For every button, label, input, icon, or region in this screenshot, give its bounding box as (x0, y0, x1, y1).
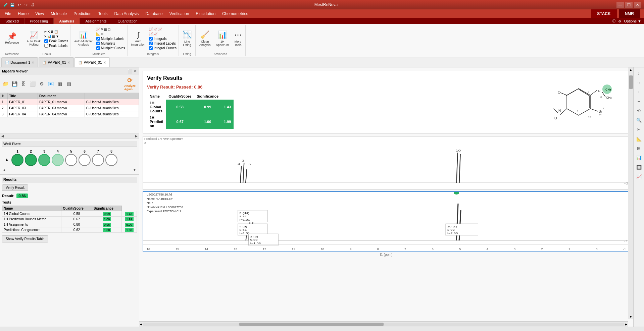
save-panel-btn[interactable]: 💾 (10, 80, 18, 88)
tab-analysis[interactable]: Analysis (54, 18, 80, 24)
scroll-left-btn[interactable]: ◀ (1, 134, 4, 138)
restore-btn[interactable]: ❐ (625, 2, 633, 8)
frame-btn[interactable]: ⬜ (29, 80, 37, 88)
spectrum-area[interactable]: Verify Results Verify Result: Passed: 0.… (139, 67, 633, 327)
close-btn[interactable]: ✕ (634, 2, 641, 8)
tab-stacked[interactable]: Stacked (0, 18, 24, 24)
multiplets-check[interactable]: Multiplets (96, 41, 126, 46)
minimize-btn[interactable]: — (616, 2, 624, 8)
menu-chemometrics[interactable]: Chemometrics (219, 9, 251, 18)
integrals-check[interactable]: Integrals (148, 37, 177, 41)
auto-multiplet-btn[interactable]: 📊 Auto MultipletAnalysis (72, 30, 95, 48)
show-verify-results-table-btn[interactable]: Show Verify Results Table (2, 235, 48, 242)
redo-btn[interactable]: ↪ (23, 2, 29, 8)
menu-verification[interactable]: Verification (166, 9, 193, 18)
menu-home[interactable]: Home (14, 9, 32, 18)
side-tool-zoom-out[interactable]: − (635, 97, 643, 106)
tab-document1[interactable]: 📄 Document 1 ✕ (1, 57, 38, 67)
1h-spectrum-btn[interactable]: 📊 1HSpectrum (213, 29, 231, 48)
side-tool-search[interactable]: 🔍 (635, 116, 643, 124)
side-tool-zoom-in[interactable]: + (635, 88, 643, 96)
scroll-thumb-h[interactable] (239, 323, 384, 326)
more-tools-btn[interactable]: ⋯ MoreTools (232, 29, 244, 48)
tab-paper01-1[interactable]: 📋 PAPER_01 ✕ (39, 57, 74, 67)
side-tool-chart[interactable]: 📊 (635, 153, 643, 162)
scroll-down-arrow[interactable]: ▼ (629, 315, 632, 319)
nmr-tab-nmr[interactable]: NMR (619, 9, 640, 18)
verify-result-tab[interactable]: Verify Result (2, 184, 28, 191)
side-tool-cut[interactable]: ✂ (635, 125, 643, 134)
options-btn[interactable]: Options ▼ (624, 19, 641, 23)
tab-processing[interactable]: Processing (24, 18, 54, 24)
tab-paper01-2-close[interactable]: ✕ (103, 61, 106, 64)
menu-file[interactable]: File (1, 9, 14, 18)
multiplet-labels-check[interactable]: Multiplet Labels (96, 37, 126, 41)
tab-assignments[interactable]: Assignments (80, 18, 112, 24)
tab-document1-close[interactable]: ✕ (32, 61, 34, 64)
well-A5[interactable] (65, 154, 77, 166)
table-row[interactable]: 1 PAPER_01 PAPER_01.mnova C:/Users/Usuar… (0, 99, 139, 105)
well-scroll-up[interactable]: ▲ (3, 168, 6, 172)
well-A8[interactable] (105, 154, 117, 166)
well-A3[interactable] (38, 154, 50, 166)
panel-restore-icon[interactable]: ⬜ (128, 69, 133, 73)
settings-panel-btn[interactable]: ⚙ (38, 80, 46, 88)
scroll-left-h[interactable]: ◀ (140, 323, 142, 326)
clean-analysis-btn[interactable]: 🧹 CleanAnalysis (197, 29, 213, 48)
print-btn[interactable]: 🖨 (30, 2, 36, 8)
menu-view[interactable]: View (32, 9, 47, 18)
menu-molecule[interactable]: Molecule (47, 9, 70, 18)
menu-database[interactable]: Database (142, 9, 166, 18)
scroll-up-arrow[interactable]: ▲ (629, 68, 632, 71)
side-tool-frame[interactable]: 🔲 (635, 163, 643, 171)
side-tool-rotate[interactable]: ⟲ (635, 106, 643, 115)
side-tool-grid[interactable]: ⊞ (635, 144, 643, 153)
scroll-right-btn[interactable]: ▶ (135, 134, 138, 138)
peak-labels-check[interactable]: Peak Labels (44, 44, 69, 48)
settings-icon[interactable]: ⚙ (618, 19, 621, 23)
email-btn[interactable]: 📧 (47, 80, 55, 88)
scroll-thumb[interactable] (629, 75, 633, 89)
list-btn[interactable]: ▤ (65, 80, 73, 88)
menu-prediction[interactable]: Prediction (70, 9, 95, 18)
integral-curves-check[interactable]: Integral Curves (148, 46, 177, 50)
grid-btn[interactable]: ▦ (56, 80, 64, 88)
reference-btn[interactable]: 📌 Reference (3, 32, 21, 46)
side-tool-1[interactable]: ↕ (635, 69, 643, 77)
well-A6[interactable] (79, 154, 91, 166)
save-quick-btn[interactable]: 💾 (9, 2, 15, 8)
tab-paper01-2[interactable]: 📋 PAPER_01 ✕ (75, 57, 110, 67)
multiplet-curves-check[interactable]: Multiplet Curves (96, 46, 126, 50)
well-A2[interactable] (25, 154, 37, 166)
well-A1[interactable] (11, 154, 23, 166)
well-A7[interactable] (92, 154, 104, 166)
open-file-btn[interactable]: 📁 (1, 80, 9, 88)
side-tool-spectrum[interactable]: 📈 (635, 172, 643, 181)
table-row[interactable]: 3 PAPER_04 PAPER_04.mnova C:/Users/Usuar… (0, 111, 139, 117)
menu-elucidation[interactable]: Elucidation (192, 9, 219, 18)
line-fitting-btn[interactable]: 📉 LineFitting (180, 29, 194, 48)
auto-integration-btn[interactable]: ∫ AutoIntegration (129, 30, 148, 48)
analyze-again-btn[interactable]: ⟳ AnalyzeAgain (122, 76, 138, 92)
panel-close-icon[interactable]: ✕ (134, 69, 137, 73)
side-tool-measure[interactable]: 📐 (635, 134, 643, 143)
tab-quantitation[interactable]: Quantitation (112, 18, 143, 24)
peak-curves-check[interactable]: Peak Curves (44, 39, 69, 43)
scroll-right-h[interactable]: ▶ (625, 323, 627, 326)
database-btn[interactable]: 🗄 (19, 80, 28, 88)
auto-peak-picking-btn[interactable]: 📈 Auto PeakPicking (24, 30, 43, 48)
help-icon[interactable]: ⓘ (612, 19, 615, 23)
well-A4[interactable] (52, 154, 64, 166)
menu-data-analysis[interactable]: Data Analysis (111, 9, 142, 18)
horizontal-scrollbar[interactable]: ◀ ▶ (139, 321, 628, 327)
undo-btn[interactable]: ↩ (16, 2, 22, 8)
well-scroll-down[interactable]: ▼ (133, 168, 136, 172)
nmr-tab-stack[interactable]: STACK (591, 9, 616, 18)
actual-spectrum[interactable]: LS00027756.10.fid Name H A BEELEY No 7 N… (143, 191, 630, 252)
tab-paper01-1-close[interactable]: ✕ (67, 61, 70, 64)
table-row[interactable]: 2 PAPER_03 PAPER_03.mnova C:/Users/Usuar… (0, 105, 139, 111)
side-tool-2[interactable]: ↔ (635, 78, 643, 87)
integral-labels-check[interactable]: Integral Labels (148, 41, 177, 46)
vertical-scrollbar[interactable]: ▲ ▼ (628, 67, 633, 319)
menu-tools[interactable]: Tools (95, 9, 111, 18)
